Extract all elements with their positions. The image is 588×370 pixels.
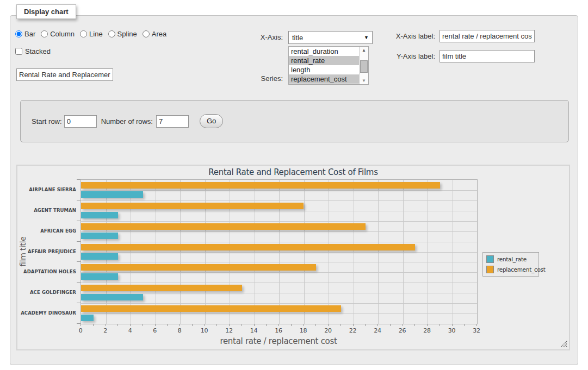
x-axis-tick bbox=[476, 324, 477, 326]
bar-replacement_cost bbox=[81, 264, 316, 271]
x-axis-tick bbox=[180, 324, 180, 326]
x-axis-tick-label: 2 bbox=[97, 327, 114, 334]
x-axis-tick bbox=[377, 324, 378, 326]
series-option-rental_duration[interactable]: rental_duration bbox=[289, 47, 359, 56]
num-rows-input[interactable] bbox=[156, 115, 189, 128]
chart-type-label-bar: Bar bbox=[24, 30, 35, 38]
plot-area bbox=[81, 179, 478, 324]
x-axis-tick-label: 26 bbox=[394, 327, 411, 334]
gridline-horizontal bbox=[81, 211, 477, 211]
x-axis-label-input[interactable] bbox=[440, 30, 535, 42]
x-axis-tick-label: 30 bbox=[444, 327, 460, 334]
bar-rental_rate bbox=[81, 191, 143, 198]
y-axis-tick bbox=[77, 261, 81, 262]
gridline-horizontal bbox=[81, 221, 477, 222]
x-axis-tick bbox=[192, 324, 193, 326]
stacked-checkbox[interactable] bbox=[15, 48, 22, 55]
bar-rental_rate bbox=[81, 253, 118, 260]
x-axis-tick bbox=[304, 324, 304, 326]
resize-handle-icon[interactable] bbox=[560, 341, 567, 348]
bar-rental_rate bbox=[81, 294, 143, 300]
num-rows-label: Number of rows: bbox=[101, 117, 153, 126]
chart-legend: rental_ratereplacement_cost bbox=[482, 252, 539, 277]
x-axis-tick bbox=[291, 324, 292, 326]
y-category-label: ADAPTATION HOLES bbox=[17, 261, 76, 282]
x-axis-tick bbox=[315, 324, 316, 326]
x-axis-tick-label: 10 bbox=[196, 327, 213, 334]
bar-replacement_cost bbox=[81, 244, 415, 250]
stacked-label: Stacked bbox=[25, 47, 51, 55]
gridline-horizontal bbox=[81, 200, 477, 201]
x-axis-tick bbox=[427, 324, 428, 326]
chart-type-radio-bar[interactable] bbox=[15, 30, 22, 37]
x-axis-title: rental rate / replacement cost bbox=[81, 336, 476, 346]
y-axis-label-input[interactable] bbox=[440, 50, 535, 62]
chart-type-option-bar: Bar bbox=[15, 30, 35, 38]
x-axis-tick-label: 20 bbox=[320, 327, 336, 334]
x-axis-tick-label: 14 bbox=[246, 327, 262, 334]
x-axis-tick bbox=[93, 324, 94, 326]
chart-type-option-column: Column bbox=[41, 30, 75, 38]
bar-rental_rate bbox=[81, 315, 94, 321]
x-axis-tick bbox=[464, 324, 465, 326]
x-axis-label-label: X-Axis label: bbox=[381, 32, 435, 40]
x-axis-tick-label: 6 bbox=[147, 327, 163, 334]
x-axis-tick bbox=[440, 324, 440, 326]
x-axis-tick-label: 18 bbox=[295, 327, 312, 334]
series-list-scrollbar[interactable]: ▲ ▼ bbox=[359, 47, 368, 84]
x-axis-tick bbox=[341, 324, 341, 326]
legend-label-replacement_cost: replacement_cost bbox=[497, 266, 546, 273]
x-axis-tick-label: 4 bbox=[122, 327, 138, 334]
chart-container: Rental Rate and Replacement Cost of Film… bbox=[16, 165, 570, 350]
gridline-horizontal bbox=[81, 293, 477, 293]
chart-type-radio-column[interactable] bbox=[41, 30, 48, 37]
chart-type-option-area: Area bbox=[143, 30, 166, 38]
legend-item-replacement_cost: replacement_cost bbox=[486, 266, 535, 273]
go-button[interactable]: Go bbox=[200, 114, 223, 128]
x-axis-tick-label: 24 bbox=[369, 327, 386, 334]
scroll-up-icon[interactable]: ▲ bbox=[360, 48, 368, 53]
chart-type-radio-spline[interactable] bbox=[108, 30, 115, 37]
x-axis-tick bbox=[117, 324, 118, 326]
x-axis-selected-value: title bbox=[292, 34, 303, 42]
bar-replacement_cost bbox=[81, 305, 341, 312]
dropdown-arrow-icon: ▼ bbox=[364, 35, 369, 40]
chart-type-radio-area[interactable] bbox=[143, 30, 150, 37]
x-axis-tick bbox=[229, 324, 230, 326]
y-category-label: AFRICAN EGG bbox=[17, 221, 76, 241]
series-option-replacement_cost[interactable]: replacement_cost bbox=[289, 74, 359, 84]
x-axis-tick bbox=[81, 324, 81, 326]
gridline-horizontal bbox=[81, 252, 477, 253]
legend-label-rental_rate: rental_rate bbox=[497, 256, 527, 262]
x-axis-tick-label: 16 bbox=[270, 327, 287, 334]
series-option-rental_rate[interactable]: rental_rate bbox=[289, 56, 359, 65]
scrollbar-thumb[interactable] bbox=[360, 60, 368, 73]
gridline-horizontal bbox=[81, 272, 477, 273]
y-axis-tick bbox=[77, 221, 81, 221]
gridline-horizontal bbox=[81, 283, 477, 283]
bar-rental_rate bbox=[81, 273, 118, 280]
bar-replacement_cost bbox=[81, 285, 242, 291]
legend-item-rental_rate: rental_rate bbox=[486, 255, 535, 263]
chart-type-radio-line[interactable] bbox=[80, 30, 87, 37]
bar-replacement_cost bbox=[81, 223, 366, 230]
bar-replacement_cost bbox=[81, 182, 440, 189]
x-axis-tick-label: 22 bbox=[345, 327, 361, 334]
chart-title-input[interactable] bbox=[16, 68, 113, 81]
x-axis-tick bbox=[328, 324, 329, 326]
x-axis-tick-label: 28 bbox=[419, 327, 435, 334]
series-option-length[interactable]: length bbox=[289, 65, 359, 74]
scroll-down-icon[interactable]: ▼ bbox=[360, 78, 368, 83]
chart-type-label-column: Column bbox=[50, 30, 75, 38]
x-axis-tick bbox=[143, 324, 143, 326]
x-axis-tick bbox=[242, 324, 242, 326]
x-axis-tick-label: 12 bbox=[221, 327, 237, 334]
start-row-input[interactable] bbox=[64, 115, 97, 128]
y-axis-tick bbox=[77, 303, 81, 303]
series-listbox[interactable]: rental_durationrental_ratelengthreplacem… bbox=[288, 46, 369, 85]
y-category-label: ACE GOLDFINGER bbox=[17, 282, 76, 303]
x-axis-tick bbox=[365, 324, 366, 326]
y-category-label: ACADEMY DINOSAUR bbox=[17, 303, 76, 323]
x-axis-select[interactable]: title ▼ bbox=[288, 31, 373, 44]
x-axis-tick bbox=[106, 324, 106, 326]
